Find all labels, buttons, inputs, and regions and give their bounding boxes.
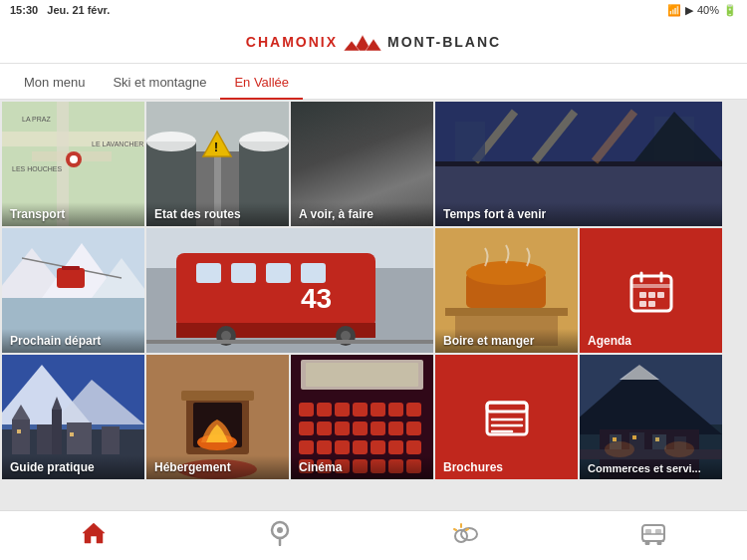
tile-transport[interactable]: LA PRAZ LE LAVANCHER LES HOUCHES Transpo… [2, 102, 144, 226]
svg-rect-51 [231, 263, 256, 283]
tile-empty: Commerces et servi... [580, 355, 722, 479]
svg-rect-105 [388, 403, 403, 417]
logo-montblanc: MONT-BLANC [387, 34, 501, 50]
svg-text:LE LAVANCHER: LE LAVANCHER [92, 140, 143, 147]
tab-mon-menu[interactable]: Mon menu [10, 67, 99, 100]
svg-point-8 [70, 155, 78, 163]
svg-rect-101 [317, 403, 332, 417]
svg-rect-34 [455, 122, 485, 161]
svg-point-57 [221, 331, 231, 341]
tile-boire[interactable]: Boire et manger [435, 228, 578, 353]
svg-rect-73 [657, 292, 664, 298]
svg-rect-109 [335, 421, 350, 435]
svg-rect-103 [353, 403, 368, 417]
tile-routes-label: Etat des routes [146, 202, 289, 226]
svg-rect-95 [181, 391, 254, 401]
tile-cinema[interactable]: Cinéma [291, 355, 433, 479]
status-time-date: 15:30 Jeu. 21 févr. [10, 4, 110, 16]
svg-marker-27 [382, 127, 398, 135]
svg-rect-129 [487, 403, 527, 412]
svg-rect-107 [299, 421, 314, 435]
status-bar: 15:30 Jeu. 21 févr. 📶 ▶ 40% 🔋 [0, 0, 747, 20]
svg-rect-106 [406, 403, 421, 417]
svg-rect-85 [102, 426, 120, 454]
svg-rect-89 [70, 432, 74, 436]
svg-rect-84 [67, 422, 92, 454]
svg-rect-81 [12, 420, 30, 454]
bottom-nav-map[interactable] [187, 520, 374, 552]
svg-rect-113 [406, 421, 421, 435]
tile-temps-label: Temps fort à venir [435, 202, 722, 226]
content-grid: LA PRAZ LE LAVANCHER LES HOUCHES Transpo… [0, 100, 747, 510]
svg-text:!: ! [214, 140, 218, 154]
status-time: 15:30 [10, 4, 38, 16]
svg-rect-104 [371, 403, 385, 417]
wifi-icon: 📶 [667, 4, 681, 17]
svg-marker-24 [291, 122, 371, 171]
tab-ski-montagne[interactable]: Ski et montagne [99, 67, 220, 100]
svg-rect-111 [371, 421, 385, 435]
tile-train[interactable]: 43 [146, 228, 433, 353]
svg-point-146 [605, 441, 634, 457]
svg-point-16 [146, 132, 196, 151]
tile-transport-label: Transport [2, 202, 144, 226]
svg-rect-44 [57, 268, 85, 288]
svg-rect-110 [353, 421, 368, 435]
tile-agenda[interactable]: Agenda [580, 228, 722, 353]
bottom-nav-weather[interactable] [374, 522, 561, 550]
svg-rect-71 [639, 292, 646, 298]
app-header: CHAMONIX MONT-BLANC [0, 20, 747, 64]
svg-rect-60 [146, 340, 433, 344]
tile-prochain-label: Prochain départ [2, 329, 144, 353]
svg-marker-26 [323, 122, 339, 132]
svg-line-156 [466, 529, 468, 530]
tile-routes[interactable]: ! Etat des routes [146, 102, 289, 226]
svg-rect-114 [299, 440, 314, 454]
tile-prochain[interactable]: Prochain départ [2, 228, 144, 353]
tile-brochures[interactable]: Brochures [435, 355, 578, 479]
svg-rect-45 [62, 266, 80, 270]
svg-rect-75 [648, 301, 655, 307]
svg-rect-118 [371, 440, 385, 454]
tab-en-vallee[interactable]: En Vallée [220, 67, 303, 100]
bottom-nav [0, 510, 747, 560]
tile-cinema-label: Cinéma [291, 455, 433, 479]
tile-commerces-label: Commerces et servi... [580, 457, 722, 479]
svg-rect-74 [639, 301, 646, 307]
svg-point-147 [664, 441, 694, 457]
svg-rect-115 [317, 440, 332, 454]
brochures-newspaper-icon [482, 393, 532, 442]
logo-mountain-icon [344, 31, 381, 53]
tile-voir-label: A voir, à faire [291, 202, 433, 226]
svg-point-17 [239, 132, 289, 151]
bottom-nav-transport[interactable] [561, 521, 748, 551]
svg-rect-68 [631, 284, 671, 288]
tile-guide[interactable]: Guide pratique [2, 355, 144, 479]
location-icon: ▶ [685, 4, 693, 17]
status-date: Jeu. 21 févr. [47, 4, 110, 16]
battery-level: 40% [697, 4, 719, 16]
tile-temps[interactable]: Temps fort à venir [435, 102, 722, 226]
svg-rect-117 [353, 440, 368, 454]
svg-text:LES HOUCHES: LES HOUCHES [12, 165, 63, 172]
svg-rect-50 [196, 263, 221, 283]
svg-rect-143 [632, 435, 636, 439]
svg-point-64 [466, 261, 546, 285]
tile-boire-label: Boire et manger [435, 329, 578, 353]
tile-hebergement[interactable]: Hébergement [146, 355, 289, 479]
map-pin-icon [269, 520, 291, 552]
svg-rect-86 [52, 410, 62, 454]
svg-rect-53 [301, 263, 326, 283]
agenda-calendar-icon [626, 266, 676, 316]
svg-rect-52 [266, 263, 291, 283]
tile-hebergement-label: Hébergement [146, 455, 289, 479]
svg-rect-144 [655, 437, 659, 441]
bottom-nav-home[interactable] [0, 521, 187, 551]
svg-point-150 [277, 527, 283, 533]
svg-line-155 [454, 529, 456, 530]
svg-rect-88 [17, 429, 21, 433]
svg-rect-112 [388, 421, 403, 435]
home-icon [81, 521, 107, 551]
tile-brochures-label: Brochures [435, 455, 578, 479]
tile-voir[interactable]: A voir, à faire [291, 102, 433, 226]
